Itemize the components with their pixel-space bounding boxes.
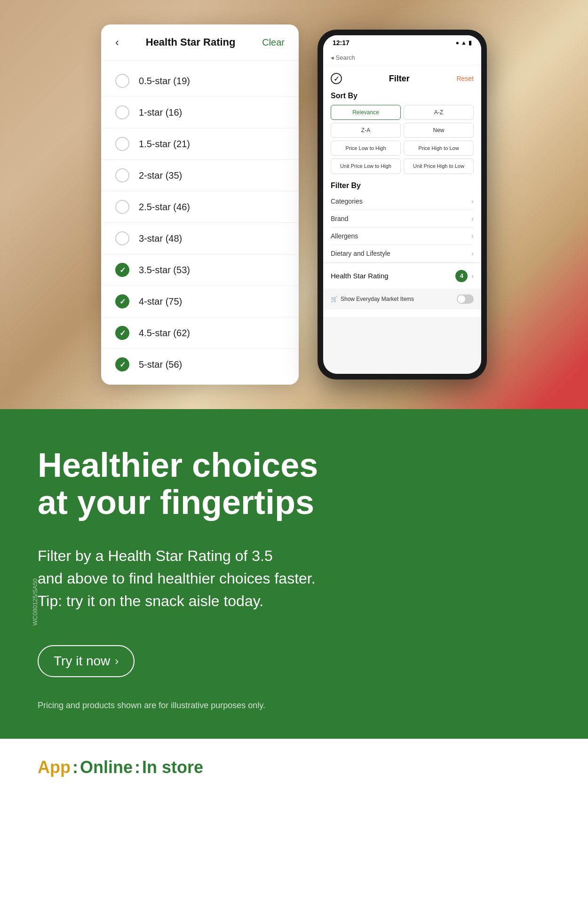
filter-item[interactable]: 1-star (16) bbox=[101, 97, 299, 128]
phone-sort-option[interactable]: New bbox=[404, 123, 474, 138]
phone-filter-by-label: Filter By bbox=[331, 182, 474, 190]
bottom-sep-1: : bbox=[72, 758, 78, 777]
side-label: WC080125/SA50 bbox=[32, 578, 39, 625]
try-it-now-button[interactable]: Try it now › bbox=[38, 645, 135, 677]
phone-market-toggle[interactable] bbox=[457, 294, 474, 304]
phone-hsr-label: Health Star Rating bbox=[331, 272, 389, 280]
phone-sort-option[interactable]: Relevance bbox=[331, 105, 401, 120]
filter-item-label: 4-star (75) bbox=[139, 296, 182, 307]
filter-checkbox bbox=[115, 137, 129, 151]
body-text: Filter by a Health Star Rating of 3.5 an… bbox=[38, 547, 316, 609]
clear-button[interactable]: Clear bbox=[262, 37, 285, 48]
bottom-online-label: Online bbox=[80, 758, 133, 777]
phone-market-row: 🛒 Show Everyday Market Items bbox=[323, 289, 481, 309]
filter-checkbox bbox=[115, 357, 129, 371]
filter-item-label: 5-star (56) bbox=[139, 359, 182, 370]
green-section-wrapper: WC080125/SA50 Healthier choices at your … bbox=[0, 409, 588, 739]
green-body: Filter by a Health Star Rating of 3.5 an… bbox=[38, 545, 461, 612]
green-section: WC080125/SA50 Healthier choices at your … bbox=[0, 409, 588, 739]
phone-sort-option[interactable]: Price High to Low bbox=[404, 141, 474, 156]
phone-sort-option[interactable]: A-Z bbox=[404, 105, 474, 120]
filter-item-label: 3.5-star (53) bbox=[139, 265, 190, 276]
phone-filter-row[interactable]: Allergens› bbox=[331, 228, 474, 245]
phone-time: 12:17 bbox=[333, 39, 350, 47]
phone-filter-row-label: Categories bbox=[331, 197, 363, 205]
phone-filter-row-label: Brand bbox=[331, 215, 348, 222]
try-btn-label: Try it now bbox=[54, 654, 110, 669]
battery-icon: ▮ bbox=[469, 39, 472, 46]
filter-panel-title: Health Star Rating bbox=[146, 36, 236, 48]
phone-hsr-row[interactable]: Health Star Rating 4 › bbox=[323, 262, 481, 289]
filter-checkbox bbox=[115, 326, 129, 340]
filter-item[interactable]: 2-star (35) bbox=[101, 160, 299, 191]
phone-status-bar: 12:17 ● ▲ ▮ bbox=[323, 35, 481, 50]
filter-panel: ‹ Health Star Rating Clear 0.5-star (19)… bbox=[101, 24, 299, 385]
phone-search-back[interactable]: ◂ Search bbox=[331, 54, 355, 61]
filter-item-label: 1.5-star (21) bbox=[139, 139, 190, 150]
filter-item[interactable]: 3-star (48) bbox=[101, 223, 299, 254]
filter-item[interactable]: 5-star (56) bbox=[101, 349, 299, 380]
filter-item[interactable]: 4-star (75) bbox=[101, 286, 299, 317]
phone-filter-title: Filter bbox=[389, 74, 410, 84]
bottom-bar: App : Online : In store bbox=[0, 739, 588, 796]
phone-filter-row-label: Allergens bbox=[331, 232, 358, 240]
phone-sort-by-label: Sort By bbox=[331, 92, 474, 100]
bottom-instore-label: In store bbox=[142, 758, 203, 777]
phone-filter-row[interactable]: Dietary and Lifestyle› bbox=[331, 245, 474, 262]
filter-item-label: 0.5-star (19) bbox=[139, 76, 190, 87]
filter-item-label: 2-star (35) bbox=[139, 170, 182, 181]
top-section: ‹ Health Star Rating Clear 0.5-star (19)… bbox=[0, 0, 588, 409]
phone-mockup: 12:17 ● ▲ ▮ ◂ Search ✓ Filter Reset Sort… bbox=[318, 30, 487, 379]
filter-item[interactable]: 3.5-star (53) bbox=[101, 254, 299, 286]
filter-item[interactable]: 1.5-star (21) bbox=[101, 128, 299, 160]
filter-checkbox bbox=[115, 74, 129, 88]
phone-nav-bar: ◂ Search bbox=[323, 50, 481, 65]
phone-sort-option[interactable]: Unit Price High to Low bbox=[404, 158, 474, 174]
green-headline: Healthier choices at your fingertips bbox=[38, 447, 550, 521]
phone-hsr-badge: 4 bbox=[455, 270, 468, 282]
filter-item[interactable]: 2.5-star (46) bbox=[101, 191, 299, 223]
disclaimer-text: Pricing and products shown are for illus… bbox=[38, 701, 550, 711]
try-btn-chevron-icon: › bbox=[115, 655, 119, 668]
phone-filter-row-chevron-icon: › bbox=[471, 197, 474, 205]
back-button[interactable]: ‹ bbox=[115, 36, 119, 49]
filter-checkbox bbox=[115, 231, 129, 245]
phone-sort-option[interactable]: Price Low to High bbox=[331, 141, 401, 156]
headline-text: Healthier choices at your fingertips bbox=[38, 446, 318, 521]
filter-item-label: 3-star (48) bbox=[139, 233, 182, 244]
phone-status-icons: ● ▲ ▮ bbox=[456, 39, 472, 46]
market-icon: 🛒 bbox=[331, 296, 338, 302]
filter-panel-header: ‹ Health Star Rating Clear bbox=[101, 24, 299, 61]
wifi-icon: ▲ bbox=[461, 39, 467, 46]
filter-checkbox bbox=[115, 294, 129, 308]
phone-sort-grid: RelevanceA-ZZ-ANewPrice Low to HighPrice… bbox=[331, 105, 474, 174]
filter-checkbox bbox=[115, 168, 129, 182]
phone-filter-row-chevron-icon: › bbox=[471, 232, 474, 240]
bottom-app-label: App bbox=[38, 758, 71, 777]
filter-checkbox bbox=[115, 263, 129, 277]
filter-item-label: 1-star (16) bbox=[139, 107, 182, 118]
phone-filter-rows: Categories›Brand›Allergens›Dietary and L… bbox=[331, 193, 474, 262]
phone-filter-row-chevron-icon: › bbox=[471, 215, 474, 222]
phone-filter-header: ✓ Filter Reset bbox=[331, 73, 474, 84]
bottom-sep-2: : bbox=[135, 758, 140, 777]
phone-filter-row-label: Dietary and Lifestyle bbox=[331, 250, 390, 257]
phone-market-label: 🛒 Show Everyday Market Items bbox=[331, 296, 414, 302]
phone-filter-row[interactable]: Brand› bbox=[331, 210, 474, 228]
phone-reset-button[interactable]: Reset bbox=[456, 75, 474, 82]
filter-checkbox bbox=[115, 200, 129, 214]
phone-filter-row[interactable]: Categories› bbox=[331, 193, 474, 210]
phone-hsr-chevron-icon: › bbox=[471, 272, 474, 280]
filter-item[interactable]: 4.5-star (62) bbox=[101, 317, 299, 349]
filter-item-label: 4.5-star (62) bbox=[139, 328, 190, 339]
phone-screen: 12:17 ● ▲ ▮ ◂ Search ✓ Filter Reset Sort… bbox=[323, 35, 481, 374]
phone-filter-screen: ✓ Filter Reset Sort By RelevanceA-ZZ-ANe… bbox=[323, 65, 481, 317]
filter-item-list: 0.5-star (19)1-star (16)1.5-star (21)2-s… bbox=[101, 61, 299, 385]
phone-check-icon: ✓ bbox=[331, 73, 342, 84]
phone-sort-option[interactable]: Unit Price Low to High bbox=[331, 158, 401, 174]
filter-item-label: 2.5-star (46) bbox=[139, 202, 190, 213]
filter-item[interactable]: 0.5-star (19) bbox=[101, 65, 299, 97]
filter-checkbox bbox=[115, 105, 129, 119]
signal-icon: ● bbox=[456, 39, 459, 46]
phone-sort-option[interactable]: Z-A bbox=[331, 123, 401, 138]
